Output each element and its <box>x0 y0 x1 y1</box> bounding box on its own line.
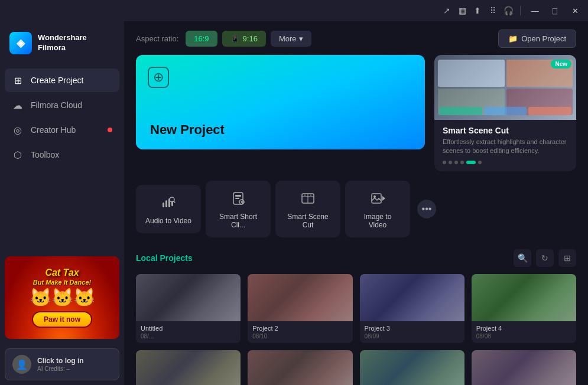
project-thumbnail <box>136 350 241 385</box>
new-project-label: New Project <box>150 122 225 138</box>
project-thumbnail <box>136 274 241 321</box>
ad-cats-icon: 🐱🐱🐱 <box>30 287 95 308</box>
smart-short-clip-icon <box>229 189 248 208</box>
sidebar-item-label: Create Project <box>31 76 83 85</box>
ad-paw-button[interactable]: Paw it now <box>32 311 92 328</box>
smart-card-title: Smart Scene Cut <box>443 126 568 135</box>
search-button[interactable]: 🔍 <box>514 249 531 267</box>
project-name: Project 4 <box>476 325 571 332</box>
tools-row: Audio to Video Smart Short Cli... <box>136 181 576 237</box>
share-icon[interactable]: ↗ <box>441 5 453 17</box>
svg-line-7 <box>174 201 175 203</box>
title-bar: ↗ ▦ ⬆ ⠿ 🎧 — ⎕ ✕ <box>0 0 588 21</box>
sidebar-item-create-project[interactable]: ⊞ Create Project <box>5 68 119 92</box>
new-badge: New <box>551 60 571 68</box>
ratio-16-9-button[interactable]: 16:9 <box>186 31 217 47</box>
project-thumbnail <box>248 350 352 385</box>
svg-rect-19 <box>372 194 381 203</box>
search-icon: 🔍 <box>518 253 528 263</box>
avatar: 👤 <box>12 355 31 374</box>
creator-hub-icon: ◎ <box>12 124 24 136</box>
sidebar-item-filmora-cloud[interactable]: ☁ Filmora Cloud <box>5 93 119 117</box>
ad-banner[interactable]: Cat Tax But Make It Dance! 🐱🐱🐱 Paw it no… <box>5 256 119 339</box>
logo-text: Wondershare Filmora <box>38 33 87 53</box>
tool-image-to-video[interactable]: Image to Video <box>345 181 410 237</box>
project-date: 08/... <box>141 333 236 340</box>
project-date: 08/09 <box>365 333 460 340</box>
notification-dot <box>108 128 112 132</box>
logo: ◈ Wondershare Filmora <box>0 21 124 66</box>
separator <box>520 6 521 15</box>
minimize-button[interactable]: — <box>527 4 543 17</box>
upload-icon[interactable]: ⬆ <box>472 5 483 17</box>
project-item[interactable]: Project 4 08/08 <box>472 274 576 343</box>
grid-icon[interactable]: ⠿ <box>487 5 499 17</box>
project-name: Untitled <box>141 325 236 332</box>
project-item[interactable]: Project 7 08/05 <box>360 350 464 385</box>
refresh-button[interactable]: ↻ <box>536 249 554 267</box>
open-project-label: Open Project <box>521 34 566 43</box>
svg-rect-10 <box>235 198 239 199</box>
ai-credits-label: AI Credits: – <box>37 366 112 372</box>
audio-to-video-icon <box>159 193 178 212</box>
project-name: Project 2 <box>252 325 347 332</box>
project-item[interactable]: Project 5 08/07 <box>136 350 241 385</box>
smart-short-clip-label: Smart Short Cli... <box>215 213 261 229</box>
project-item[interactable]: Untitled 08/... <box>136 274 241 343</box>
dot-5-active <box>466 161 476 164</box>
svg-point-18 <box>310 194 311 195</box>
open-project-button[interactable]: 📁 Open Project <box>498 30 576 48</box>
grid-icon: ⊞ <box>564 253 571 263</box>
sidebar-item-toolbox[interactable]: ⬡ Toolbox <box>5 143 119 167</box>
project-date: 08/10 <box>252 333 347 340</box>
image-to-video-label: Image to Video <box>355 213 401 229</box>
dot-2 <box>449 161 452 164</box>
headset-icon[interactable]: 🎧 <box>502 5 514 17</box>
project-thumbnail <box>472 274 576 321</box>
create-project-icon: ⊞ <box>12 74 24 86</box>
new-project-card[interactable]: ⊕ New Project <box>136 55 425 149</box>
profile-info: Click to log in AI Credits: – <box>37 357 112 372</box>
smart-scene-cut-icon <box>298 189 317 208</box>
dot-4 <box>460 161 464 164</box>
main-content: Aspect ratio: 16:9 📱 9:16 More ▾ 📁 Open … <box>124 21 588 385</box>
dots-row <box>443 161 568 164</box>
tools-more-button[interactable]: ••• <box>417 200 436 218</box>
sidebar-item-label: Filmora Cloud <box>31 100 82 110</box>
tool-smart-short-clip[interactable]: Smart Short Cli... <box>206 181 271 237</box>
ellipsis-icon: ••• <box>422 204 432 214</box>
projects-grid: Untitled 08/... Project 2 08/10 <box>136 274 576 385</box>
sidebar-item-creator-hub[interactable]: ◎ Creator Hub <box>5 118 119 142</box>
smart-scene-card[interactable]: New Smart Scene Cut Effortlessly extract… <box>434 55 576 171</box>
ratio-9-16-icon: 📱 <box>230 35 239 43</box>
dot-6 <box>478 161 482 164</box>
smart-scene-cut-label: Smart Scene Cut <box>285 213 331 229</box>
project-date: 08/08 <box>476 333 571 340</box>
project-item[interactable]: Project 2 08/10 <box>248 274 352 343</box>
tool-smart-scene-cut[interactable]: Smart Scene Cut <box>275 181 340 237</box>
close-button[interactable]: ✕ <box>567 4 583 17</box>
screen-icon[interactable]: ▦ <box>456 5 468 17</box>
smart-card-body: Smart Scene Cut Effortlessly extract hig… <box>434 120 576 171</box>
section-actions: 🔍 ↻ ⊞ <box>514 249 576 267</box>
maximize-button[interactable]: ⎕ <box>547 4 563 17</box>
dot-3 <box>454 161 458 164</box>
ratio-9-16-button[interactable]: 📱 9:16 <box>222 31 266 47</box>
refresh-icon: ↻ <box>541 253 548 263</box>
tool-audio-to-video[interactable]: Audio to Video <box>136 185 201 233</box>
toolbox-icon: ⬡ <box>12 149 24 161</box>
ratio-9-16-label: 9:16 <box>243 34 258 43</box>
svg-rect-3 <box>165 200 167 207</box>
project-thumbnail <box>360 274 464 321</box>
project-item[interactable]: Project 8 08/04 <box>472 350 576 385</box>
project-item[interactable]: Project 3 08/09 <box>360 274 464 343</box>
grid-view-button[interactable]: ⊞ <box>558 249 576 267</box>
project-item[interactable]: Project 6 08/06 <box>248 350 352 385</box>
ad-content: Cat Tax But Make It Dance! 🐱🐱🐱 Paw it no… <box>5 256 119 339</box>
ad-title-line1: Cat Tax <box>45 267 79 278</box>
more-button[interactable]: More ▾ <box>271 31 311 47</box>
smart-card-description: Effortlessly extract highlights and char… <box>443 138 568 156</box>
aspect-ratio-label: Aspect ratio: <box>136 34 178 43</box>
profile-section[interactable]: 👤 Click to log in AI Credits: – <box>5 348 119 380</box>
project-info: Project 2 08/10 <box>248 321 352 343</box>
